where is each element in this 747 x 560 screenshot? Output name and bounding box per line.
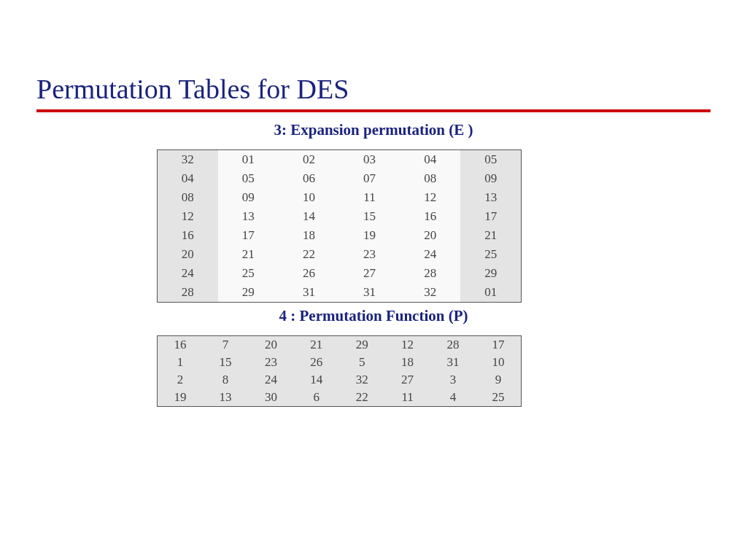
table-row: 202122232425 xyxy=(158,245,522,264)
table-cell: 03 xyxy=(339,150,400,170)
table-cell: 21 xyxy=(218,245,279,264)
table-cell: 23 xyxy=(339,245,400,264)
table-cell: 11 xyxy=(339,188,400,207)
table-cell: 21 xyxy=(460,226,521,245)
table-row: 121314151617 xyxy=(158,207,522,226)
table-cell: 18 xyxy=(279,226,339,245)
table-cell: 19 xyxy=(158,389,203,407)
table-cell: 22 xyxy=(339,389,384,407)
table-row: 282931313201 xyxy=(158,283,522,303)
table-cell: 32 xyxy=(339,371,384,389)
table-cell: 27 xyxy=(384,371,430,389)
table-cell: 05 xyxy=(218,169,279,188)
table-cell: 19 xyxy=(339,226,400,245)
table-cell: 7 xyxy=(203,336,248,354)
table-cell: 29 xyxy=(218,283,279,303)
table-cell: 3 xyxy=(430,371,476,389)
table-cell: 6 xyxy=(294,389,339,407)
table-cell: 17 xyxy=(218,226,279,245)
table-cell: 31 xyxy=(279,283,339,303)
table-cell: 09 xyxy=(218,188,279,207)
table-row: 19133062211425 xyxy=(158,389,522,407)
table-cell: 13 xyxy=(203,389,248,407)
table-cell: 18 xyxy=(384,354,430,371)
table-cell: 25 xyxy=(218,264,279,283)
table-cell: 8 xyxy=(203,371,248,389)
table-cell: 21 xyxy=(294,336,339,354)
table-cell: 02 xyxy=(279,150,339,170)
page-title: Permutation Tables for DES xyxy=(36,73,711,105)
table-cell: 28 xyxy=(430,336,476,354)
table-cell: 05 xyxy=(460,150,521,170)
table-cell: 01 xyxy=(218,150,279,170)
table-cell: 4 xyxy=(430,389,476,407)
table-row: 080910111213 xyxy=(158,188,522,207)
table-cell: 20 xyxy=(400,226,460,245)
table-cell: 32 xyxy=(400,283,460,303)
table-cell: 01 xyxy=(460,283,521,303)
table-cell: 25 xyxy=(476,389,521,407)
table-cell: 08 xyxy=(158,188,218,207)
table-cell: 29 xyxy=(460,264,521,283)
table-cell: 27 xyxy=(339,264,400,283)
table-cell: 26 xyxy=(294,354,339,371)
table-row: 167202129122817 xyxy=(158,336,522,354)
table-cell: 06 xyxy=(279,169,339,188)
table-cell: 15 xyxy=(339,207,400,226)
table-cell: 16 xyxy=(400,207,460,226)
expansion-table: 3201020304050405060708090809101112131213… xyxy=(157,149,522,303)
table-cell: 5 xyxy=(339,354,384,371)
table-cell: 1 xyxy=(158,354,203,371)
table-cell: 07 xyxy=(339,169,400,188)
table-cell: 12 xyxy=(158,207,218,226)
table-cell: 28 xyxy=(158,283,218,303)
table-cell: 16 xyxy=(158,336,203,354)
table-cell: 10 xyxy=(279,188,339,207)
expansion-table-container: 3201020304050405060708090809101112131213… xyxy=(157,149,522,303)
table-cell: 14 xyxy=(294,371,339,389)
table-cell: 04 xyxy=(400,150,460,170)
table-cell: 16 xyxy=(158,226,218,245)
table-cell: 30 xyxy=(248,389,293,407)
table-cell: 17 xyxy=(460,207,521,226)
table-row: 282414322739 xyxy=(158,371,522,389)
table-row: 11523265183110 xyxy=(158,354,522,371)
table-row: 320102030405 xyxy=(158,150,522,170)
table-cell: 23 xyxy=(248,354,293,371)
table-cell: 28 xyxy=(400,264,460,283)
table-cell: 31 xyxy=(339,283,400,303)
table-cell: 25 xyxy=(460,245,521,264)
table-cell: 14 xyxy=(279,207,339,226)
table-cell: 15 xyxy=(203,354,248,371)
table-cell: 26 xyxy=(279,264,339,283)
table-cell: 20 xyxy=(158,245,218,264)
table-row: 040506070809 xyxy=(158,169,522,188)
table-cell: 9 xyxy=(476,371,521,389)
table-cell: 13 xyxy=(218,207,279,226)
table-cell: 20 xyxy=(248,336,293,354)
table-row: 242526272829 xyxy=(158,264,522,283)
table-cell: 11 xyxy=(384,389,430,407)
slide: Permutation Tables for DES 3: Expansion … xyxy=(0,0,747,407)
permutation-table: 1672021291228171152326518311028241432273… xyxy=(157,335,522,407)
section-e-heading: 3: Expansion permutation (E ) xyxy=(36,121,711,139)
table-cell: 12 xyxy=(400,188,460,207)
table-cell: 22 xyxy=(279,245,339,264)
table-cell: 08 xyxy=(400,169,460,188)
table-cell: 24 xyxy=(248,371,293,389)
table-cell: 17 xyxy=(476,336,521,354)
title-rule xyxy=(36,109,711,112)
table-cell: 2 xyxy=(158,371,203,389)
table-cell: 10 xyxy=(476,354,521,371)
table-cell: 24 xyxy=(158,264,218,283)
table-row: 161718192021 xyxy=(158,226,522,245)
table-cell: 31 xyxy=(430,354,476,371)
table-cell: 32 xyxy=(158,150,218,170)
table-cell: 13 xyxy=(460,188,521,207)
table-cell: 29 xyxy=(339,336,384,354)
table-cell: 12 xyxy=(384,336,430,354)
table-cell: 09 xyxy=(460,169,521,188)
table-cell: 04 xyxy=(158,169,218,188)
permutation-table-container: 1672021291228171152326518311028241432273… xyxy=(157,335,522,407)
section-p-heading: 4 : Permutation Function (P) xyxy=(36,307,711,325)
